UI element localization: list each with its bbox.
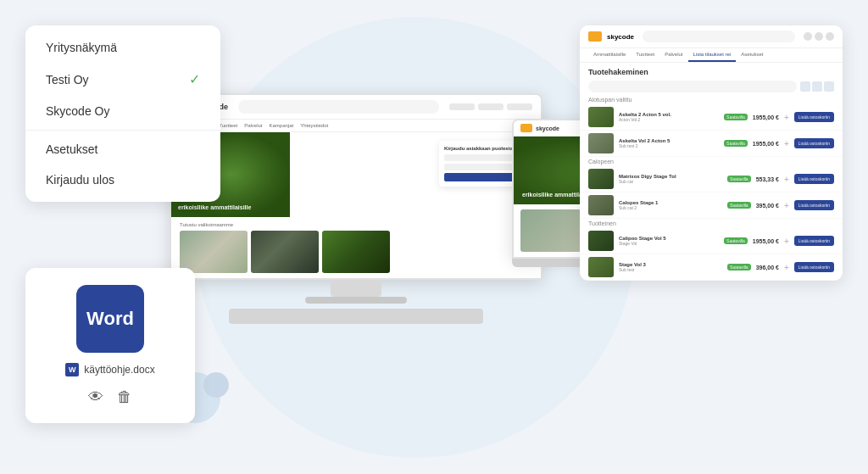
subnav-item: Tuotteet [219, 123, 237, 128]
dropdown-label: Testi Oy [46, 73, 89, 86]
plc-search-input[interactable] [588, 81, 797, 92]
plc-row-badge: Saatavilla [724, 114, 748, 120]
keyboard-mouse-wrap [170, 304, 542, 324]
plc-add-to-cart-btn[interactable]: Lisää ostoskoriin [794, 236, 834, 246]
plc-logo [588, 31, 602, 42]
hero-label: erikoisllike ammattilaisille [178, 204, 251, 210]
plc-row: Stage Vol 3 Sub text Saatavilla 396,00 €… [580, 254, 843, 281]
monitor-screen: skycode Ammattilaisille Tuotteet Palvelu… [170, 93, 542, 280]
plc-section-label: Calopeen [580, 157, 843, 166]
plc-row-image [588, 107, 614, 127]
plc-row-price: 1955,00 € [753, 114, 779, 120]
plc-row-price: 553,33 € [756, 176, 779, 182]
products-grid [180, 231, 532, 273]
monitor-base [305, 297, 407, 304]
plc-row-plus[interactable]: + [784, 237, 789, 246]
dropdown-item-asetukset[interactable]: Asetukset [25, 134, 220, 165]
plc-row-badge: Saatavilla [727, 264, 751, 270]
monitor-stand [331, 280, 381, 297]
plc-row-badge: Saatavilla [727, 176, 751, 182]
dropdown-menu: Yritysnäkymä Testi Oy ✓ Skycode Oy Asetu… [25, 25, 220, 202]
product-thumb [180, 231, 248, 273]
plc-row-badge: Saatavilla [724, 237, 748, 244]
plc-row-image [588, 133, 614, 153]
view-icon[interactable]: 👁 [88, 388, 103, 406]
plc-row-price: 396,00 € [756, 265, 779, 270]
product-thumb [251, 231, 319, 273]
dropdown-label: Skycode Oy [46, 104, 109, 118]
plc-view-icons [800, 81, 834, 92]
plc-row: Askelta Vol 2 Acton 5 Sub text 2 Saatavi… [580, 131, 843, 157]
plc-add-to-cart-btn[interactable]: Lisää ostoskoriin [794, 174, 834, 184]
dropdown-item-kirjaudu-ulos[interactable]: Kirjaudu ulos [25, 165, 220, 195]
desktop-monitor: skycode Ammattilaisille Tuotteet Palvelu… [170, 93, 542, 324]
plc-row-image [588, 169, 614, 189]
plc-icon-dot [815, 32, 823, 41]
product-thumb [322, 231, 390, 273]
plc-add-to-cart-btn[interactable]: Lisää ostoskoriin [794, 138, 834, 148]
plc-list-icon[interactable] [812, 81, 822, 92]
plc-section-label: Alotuspan valittu [580, 95, 843, 104]
bg-circle-tiny [203, 372, 229, 398]
keyboard [229, 309, 483, 324]
plc-add-to-cart-btn[interactable]: Lisää ostoskoriin [794, 112, 834, 122]
laptop-logo-icon [520, 124, 532, 132]
plc-title: Tuotehakeminen [580, 63, 843, 78]
laptop-logo-text: skycode [536, 125, 559, 131]
plc-tab[interactable]: Asetukset [736, 48, 768, 62]
plc-tab[interactable]: Palvelut [659, 48, 687, 62]
word-w-icon: W [65, 363, 79, 376]
plc-row-sub: Sub text [619, 267, 722, 272]
dropdown-divider [25, 130, 220, 131]
plc-row-sub: Sub cat [619, 179, 722, 184]
plc-icon-dot [804, 32, 812, 41]
plc-tab-active[interactable]: Lista tilaukset rei [688, 48, 737, 62]
monitor-hero: erikoisllike ammattilaisille Kirjaudu as… [171, 132, 541, 217]
subnav-item: Kampanjat [270, 123, 294, 128]
plc-row-price: 395,00 € [756, 203, 779, 209]
plc-tab[interactable]: Tuotteet [631, 48, 659, 62]
plc-row-plus[interactable]: + [784, 139, 789, 148]
product-list-card: skycode Ammattilaisille Tuotteet Palvelu… [580, 25, 843, 281]
plc-row-info: Askelta 2 Acton 5 vol. Acton Vol.2 [619, 112, 719, 122]
plc-row-sub: Sub text 2 [619, 143, 719, 148]
plc-row-plus[interactable]: + [784, 113, 789, 122]
plc-section-label: Tuotteinen [580, 219, 843, 228]
nav-search-bar [238, 100, 439, 114]
plc-add-to-cart-btn[interactable]: Lisää ostoskoriin [794, 200, 834, 210]
plc-filter-icon[interactable] [824, 81, 834, 92]
dropdown-label: Yritysnäkymä [46, 41, 117, 54]
plc-row-info: Askelta Vol 2 Acton 5 Sub text 2 [619, 138, 719, 148]
plc-row-plus[interactable]: + [784, 263, 789, 272]
plc-search-row [580, 78, 843, 95]
dropdown-item-testi-oy[interactable]: Testi Oy ✓ [25, 63, 220, 96]
plc-grid-icon[interactable] [800, 81, 810, 92]
check-icon: ✓ [189, 71, 200, 87]
nav-link-item [478, 103, 504, 110]
monitor-subnav: Ammattilaisille Tuotteet Palvelut Kampan… [171, 120, 541, 132]
dropdown-label: Asetukset [46, 142, 97, 156]
monitor-nav: skycode [171, 95, 541, 120]
products-title: Tutustu valikoimaamme [180, 222, 532, 227]
word-document-card: Word W käyttöohje.docx 👁 🗑 [25, 268, 195, 423]
plc-row-badge: Saatavilla [724, 140, 748, 147]
nav-link-item [507, 103, 532, 110]
plc-icons [804, 32, 834, 41]
plc-row-plus[interactable]: + [784, 175, 789, 184]
plc-row-sub: Acton Vol.2 [619, 117, 719, 122]
nav-links [449, 103, 532, 110]
plc-row-price: 1955,00 € [753, 238, 779, 244]
plc-row-plus[interactable]: + [784, 201, 789, 210]
plc-row-info: Matrixox Digy Stage Tol Sub cat [619, 174, 722, 184]
plc-tab[interactable]: Ammattilaisille [588, 48, 631, 62]
plc-row-image [588, 231, 614, 251]
subnav-item: Palvelut [244, 123, 262, 128]
delete-icon[interactable]: 🗑 [117, 388, 132, 406]
word-icon-box: Word [76, 285, 144, 353]
plc-icon-dot [826, 32, 834, 41]
dropdown-item-skycode-oy[interactable]: Skycode Oy [25, 96, 220, 126]
monitor-products: Tutustu valikoimaamme [171, 217, 541, 278]
dropdown-item-yritysnäkymä[interactable]: Yritysnäkymä [25, 32, 220, 63]
plc-add-to-cart-btn[interactable]: Lisää ostoskoriin [794, 262, 834, 272]
plc-row-price: 1955,00 € [753, 141, 779, 147]
